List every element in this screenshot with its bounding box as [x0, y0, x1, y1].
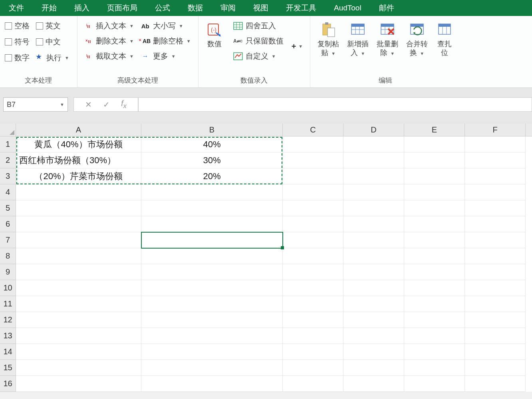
- cell-E14[interactable]: [404, 344, 465, 360]
- btn-numeric-value[interactable]: (-) 数值: [202, 18, 227, 74]
- cell-B9[interactable]: [141, 264, 283, 280]
- check-symbol[interactable]: 符号: [5, 37, 30, 47]
- check-space[interactable]: 空格: [5, 21, 30, 31]
- cell-A3[interactable]: （20%）芹菜市场份额: [16, 168, 141, 184]
- btn-merge-convert[interactable]: 合并转换 ▼: [402, 18, 432, 74]
- cell-E5[interactable]: [404, 200, 465, 216]
- btn-remove-space[interactable]: ×AB删除空格▼: [140, 36, 191, 46]
- cell-C15[interactable]: [283, 360, 343, 376]
- btn-extract-text[interactable]: ⁱıı截取文本▼: [83, 51, 134, 61]
- cell-D14[interactable]: [343, 344, 404, 360]
- cell-B15[interactable]: [141, 360, 283, 376]
- cell-D1[interactable]: [343, 136, 404, 152]
- cell-D6[interactable]: [343, 216, 404, 232]
- cell-E10[interactable]: [404, 280, 465, 296]
- row-header-3[interactable]: 3: [0, 168, 16, 184]
- col-header-F[interactable]: F: [465, 124, 526, 136]
- row-header-2[interactable]: 2: [0, 152, 16, 168]
- cell-A11[interactable]: [16, 296, 141, 312]
- select-all-corner[interactable]: [0, 124, 16, 136]
- cell-F5[interactable]: [465, 200, 526, 216]
- cell-B10[interactable]: [141, 280, 283, 296]
- cell-B1[interactable]: 40%: [141, 136, 283, 152]
- btn-batch-delete[interactable]: 批量删除 ▼: [373, 18, 402, 74]
- btn-custom[interactable]: 自定义▼: [233, 51, 284, 61]
- formula-input[interactable]: [138, 97, 532, 112]
- cancel-icon[interactable]: ✕: [85, 100, 92, 109]
- cell-D7[interactable]: [343, 232, 404, 248]
- cell-F15[interactable]: [465, 360, 526, 376]
- cell-A15[interactable]: [16, 360, 141, 376]
- cell-B4[interactable]: [141, 184, 283, 200]
- cell-E2[interactable]: [404, 152, 465, 168]
- btn-keep-value-only[interactable]: A⇄C只保留数值: [233, 36, 284, 46]
- cell-D13[interactable]: [343, 328, 404, 344]
- tab-page-layout[interactable]: 页面布局: [98, 0, 146, 16]
- tab-data[interactable]: 数据: [179, 0, 212, 16]
- btn-insert-text[interactable]: ⁱıı插入文本▼: [83, 21, 134, 31]
- cell-D12[interactable]: [343, 312, 404, 328]
- cell-E3[interactable]: [404, 168, 465, 184]
- cell-C1[interactable]: [283, 136, 343, 152]
- cell-B16[interactable]: [141, 376, 283, 392]
- btn-find-locate[interactable]: 查扎位: [432, 18, 457, 74]
- cell-D8[interactable]: [343, 248, 404, 264]
- cell-C11[interactable]: [283, 296, 343, 312]
- col-header-B[interactable]: B: [141, 124, 283, 136]
- row-header-14[interactable]: 14: [0, 344, 16, 360]
- cell-E11[interactable]: [404, 296, 465, 312]
- btn-more[interactable]: →更多▼: [140, 51, 191, 61]
- btn-round[interactable]: 四舍五入: [233, 21, 284, 31]
- cell-F1[interactable]: [465, 136, 526, 152]
- cell-A8[interactable]: [16, 248, 141, 264]
- cell-C16[interactable]: [283, 376, 343, 392]
- check-number[interactable]: 数字: [5, 53, 30, 63]
- cell-D5[interactable]: [343, 200, 404, 216]
- row-header-11[interactable]: 11: [0, 296, 16, 312]
- row-header-12[interactable]: 12: [0, 312, 16, 328]
- cell-F13[interactable]: [465, 328, 526, 344]
- cell-D3[interactable]: [343, 168, 404, 184]
- cell-D15[interactable]: [343, 360, 404, 376]
- cell-E7[interactable]: [404, 232, 465, 248]
- cell-A2[interactable]: 西红柿市场份额（30%）: [16, 152, 141, 168]
- cell-B13[interactable]: [141, 328, 283, 344]
- tab-formula[interactable]: 公式: [146, 0, 179, 16]
- row-header-13[interactable]: 13: [0, 328, 16, 344]
- row-header-15[interactable]: 15: [0, 360, 16, 376]
- cell-A12[interactable]: [16, 312, 141, 328]
- cell-F7[interactable]: [465, 232, 526, 248]
- cell-B12[interactable]: [141, 312, 283, 328]
- cell-F4[interactable]: [465, 184, 526, 200]
- cell-D11[interactable]: [343, 296, 404, 312]
- chevron-down-icon[interactable]: ▼: [60, 102, 64, 107]
- cell-A4[interactable]: [16, 184, 141, 200]
- row-header-1[interactable]: 1: [0, 136, 16, 152]
- row-header-16[interactable]: 16: [0, 376, 16, 392]
- tab-mail[interactable]: 邮件: [370, 0, 403, 16]
- row-header-7[interactable]: 7: [0, 232, 16, 248]
- row-header-4[interactable]: 4: [0, 184, 16, 200]
- cell-C10[interactable]: [283, 280, 343, 296]
- cell-F16[interactable]: [465, 376, 526, 392]
- cell-E4[interactable]: [404, 184, 465, 200]
- row-header-10[interactable]: 10: [0, 280, 16, 296]
- cell-D10[interactable]: [343, 280, 404, 296]
- col-header-E[interactable]: E: [404, 124, 465, 136]
- cell-E1[interactable]: [404, 136, 465, 152]
- cell-A16[interactable]: [16, 376, 141, 392]
- tab-view[interactable]: 视图: [244, 0, 277, 16]
- tab-review[interactable]: 审阅: [212, 0, 244, 16]
- btn-copy-paste[interactable]: 复制粘贴 ▼: [314, 18, 343, 74]
- cell-F3[interactable]: [465, 168, 526, 184]
- cell-C13[interactable]: [283, 328, 343, 344]
- cell-C6[interactable]: [283, 216, 343, 232]
- row-header-8[interactable]: 8: [0, 248, 16, 264]
- check-english[interactable]: 英文: [36, 21, 69, 31]
- cell-B6[interactable]: [141, 216, 283, 232]
- cell-C8[interactable]: [283, 248, 343, 264]
- cell-B2[interactable]: 30%: [141, 152, 283, 168]
- cell-A13[interactable]: [16, 328, 141, 344]
- row-header-9[interactable]: 9: [0, 264, 16, 280]
- cell-A7[interactable]: [16, 232, 141, 248]
